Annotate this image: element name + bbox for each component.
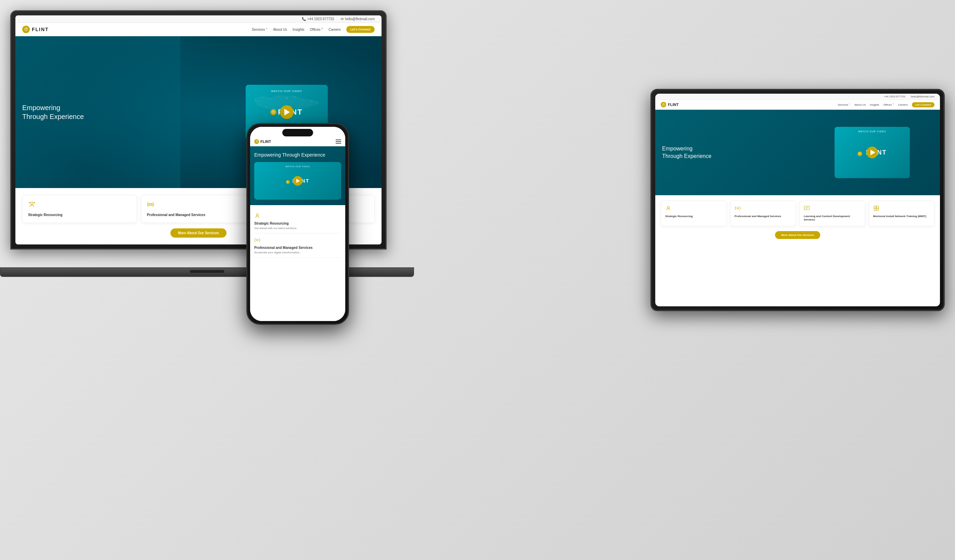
email-icon: ✉ [341,17,344,21]
tablet-strategic-icon [665,205,722,213]
tablet-connect-button[interactable]: Let's Connect [912,102,935,108]
tablet-device: +44 1923 677733 hello@flintmail.com ⓕ FL… [650,89,948,315]
laptop-nav-links: Services ˅ About Us Insights Offices ˅ C… [252,26,375,33]
tablet-hero-title: Empowering Through Experience [662,145,711,160]
tablet-services-grid: Strategic Resourcing Professional and Ma [661,201,935,226]
phone-hero-title: Empowering Through Experience [254,152,341,158]
tablet-phone-number: +44 1923 677733 [884,95,905,98]
svg-point-28 [257,239,258,241]
svg-point-20 [667,206,669,208]
tablet-logo: ⓕ FLINT [661,102,678,108]
phone-play-icon [296,179,300,183]
tablet-service-4-title: Mentored Install Network Training (MINT) [873,215,930,218]
svg-rect-25 [874,209,876,211]
tablet-nav-offices[interactable]: Offices ˅ [883,103,894,106]
tablet-service-card-2: Professional and Managed Services [730,201,796,226]
tablet-service-1-title: Strategic Resourcing [665,215,722,218]
tablet-service-card-4: Mentored Install Network Training (MINT) [869,201,935,226]
tablet-services: Strategic Resourcing Professional and Ma [655,195,940,245]
phone-screen: ⓕ FLINT Empowering Through Experience [250,127,345,321]
phone-device: ⓕ FLINT Empowering Through Experience [246,123,352,328]
tablet-service-card-3: Learning and Content Development Service… [799,201,865,226]
tablet-services-cta: More About Our Services [661,231,935,239]
tablet-play-icon [870,150,875,155]
nav-careers[interactable]: Careers [329,28,341,31]
svg-rect-26 [876,209,878,211]
hamburger-line-2 [336,141,341,142]
phone-site: ⓕ FLINT Empowering Through Experience [250,127,345,321]
phone-notch [282,129,313,136]
svg-point-15 [30,202,33,204]
phone-play-button[interactable] [293,176,302,186]
strategic-resourcing-icon [28,201,131,210]
laptop-nav: ⓕ FLINT Services ˅ About Us Insights Off… [16,23,382,36]
laptop-phone-item: 📞 +44 1923 677733 [302,17,334,21]
tablet-logo-text: FLINT [668,103,678,107]
tablet-nav-services[interactable]: Services ˅ [838,103,850,106]
phone-hero: Empowering Through Experience WATCH OUR … [250,146,345,205]
svg-point-21 [737,207,738,209]
laptop-email-item: ✉ hello@flintmail.com [341,17,375,21]
tablet-nav-links: Services ˅ About Us Insights Offices ˅ C… [838,102,935,108]
tablet-top-bar: +44 1923 677733 hello@flintmail.com [655,94,940,100]
laptop-logo: ⓕ FLINT [22,26,49,33]
scene: 📞 +44 1923 677733 ✉ hello@flintmail.com … [0,0,955,560]
svg-rect-24 [876,206,878,208]
phone-video-box[interactable]: WATCH OUR VIDEO ⓕ FLINT [254,162,341,200]
tablet-logo-icon: ⓕ [661,102,666,108]
phone-logo-text: FLINT [260,139,271,144]
tablet-professional-icon [735,205,792,213]
nav-insights[interactable]: Insights [293,28,304,31]
svg-point-16 [34,202,35,203]
phone-professional-icon [254,237,341,245]
logo-icon: ⓕ [22,26,30,33]
nav-services[interactable]: Services ˅ [252,28,268,31]
phone-strategic-icon [254,213,341,220]
phone-video-label: WATCH OUR VIDEO [285,165,310,167]
lets-connect-button[interactable]: Let's Connect [346,26,375,33]
phone-icon: 📞 [302,17,306,21]
phone-logo: ⓕ FLINT [254,139,271,144]
professional-services-icon [147,201,250,210]
tablet-more-services-button[interactable]: More About Our Services [775,231,820,239]
tablet-service-3-title: Learning and Content Development Service… [804,215,861,222]
tablet-body: +44 1923 677733 hello@flintmail.com ⓕ FL… [650,89,945,311]
tablet-video-label: WATCH OUR VIDEO [858,130,886,133]
tablet-play-button[interactable] [866,147,878,158]
laptop-hero-text: Empowering Through Experience [22,43,199,181]
tablet-service-card-1: Strategic Resourcing [661,201,727,226]
laptop-phone-number: +44 1923 677733 [307,17,334,21]
tablet-nav: ⓕ FLINT Services ˅ About Us Insights Off… [655,100,940,110]
tablet-hero: Empowering Through Experience WATCH OUR … [655,110,940,195]
laptop-video-play-button[interactable] [280,105,294,119]
service-card-1: Strategic Resourcing [22,195,137,223]
svg-point-14 [307,109,307,110]
tablet-hero-video: WATCH OUR VIDEO ⓕ FLINT [805,110,940,195]
tablet-video-box[interactable]: WATCH OUR VIDEO ⓕ FLINT [834,127,910,178]
laptop-email: hello@flintmail.com [345,17,375,21]
laptop-top-bar: 📞 +44 1923 677733 ✉ hello@flintmail.com [16,16,382,23]
phone-service-1-title: Strategic Resourcing [254,222,341,225]
tablet-screen: +44 1923 677733 hello@flintmail.com ⓕ FL… [655,94,940,306]
laptop-video-label: WATCH OUR VIDEO [271,90,302,93]
svg-rect-22 [805,206,809,210]
svg-point-27 [256,214,258,216]
service-card-1-title: Strategic Resourcing [28,213,131,217]
tablet-nav-careers[interactable]: Careers [898,103,908,106]
tablet-nav-about[interactable]: About Us [855,103,866,106]
tablet-nav-insights[interactable]: Insights [870,103,879,106]
phone-service-2-desc: Accelerate your digital transformation. [254,251,341,254]
logo-text: FLINT [32,27,49,32]
nav-about[interactable]: About Us [273,28,287,31]
svg-point-17 [29,202,30,203]
more-services-button[interactable]: More About Our Services [171,228,227,238]
tablet-service-2-title: Professional and Managed Services [735,215,792,218]
play-icon [284,109,290,115]
tablet-learning-icon [804,205,861,213]
service-card-2: Professional and Managed Services [141,195,255,223]
phone-hamburger-button[interactable] [336,139,341,144]
phone-nav: ⓕ FLINT [250,137,345,146]
tablet-hero-text: Empowering Through Experience [655,110,805,195]
nav-offices[interactable]: Offices ˅ [310,28,323,31]
svg-rect-23 [874,206,876,208]
